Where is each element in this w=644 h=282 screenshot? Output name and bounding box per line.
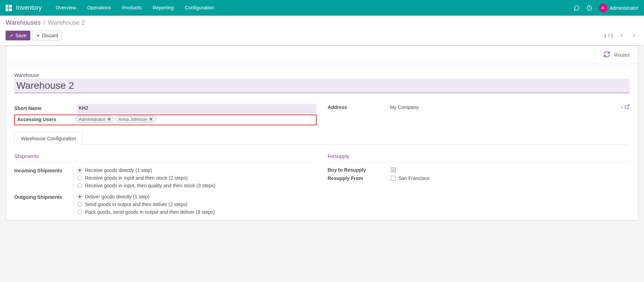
nav-products[interactable]: Products bbox=[117, 0, 147, 16]
radio-icon bbox=[77, 183, 82, 188]
outgoing-options: Deliver goods directly (1 step) Send goo… bbox=[73, 193, 317, 216]
button-row: Save Discard bbox=[6, 31, 62, 40]
breadcrumb-root[interactable]: Warehouses bbox=[6, 19, 40, 26]
nav-operations[interactable]: Operations bbox=[82, 0, 116, 16]
apps-icon[interactable] bbox=[6, 5, 12, 11]
save-label: Save bbox=[15, 33, 26, 38]
buy-to-resupply-field: ✓ bbox=[387, 167, 630, 172]
radio-icon bbox=[77, 202, 82, 207]
nav-reporting[interactable]: Reporting bbox=[147, 0, 179, 16]
resupply-from-label: Resupply From bbox=[328, 175, 387, 181]
accessing-users-highlight: Accessing Users Administrator ✕ Anna Joh… bbox=[14, 115, 317, 125]
pager: 1 / 1 bbox=[604, 32, 638, 39]
incoming-option-3-label: Receive goods in input, then quality and… bbox=[85, 183, 215, 188]
navbar-right: A Administrator bbox=[574, 4, 638, 12]
incoming-option-1-label: Receive goods directly (1 step) bbox=[85, 167, 152, 173]
save-button[interactable]: Save bbox=[6, 31, 30, 40]
radio-icon bbox=[77, 175, 82, 180]
short-name-row: Short Name bbox=[14, 102, 317, 115]
resupply-from-checkbox[interactable] bbox=[391, 176, 396, 181]
tabs: Warehouse Configuration bbox=[14, 132, 630, 145]
incoming-option-2-label: Receive goods in input and then stock (2… bbox=[85, 175, 188, 181]
user-tag-label: Administrator bbox=[79, 117, 106, 122]
pager-next[interactable] bbox=[629, 32, 638, 39]
incoming-option-3[interactable]: Receive goods in input, then quality and… bbox=[77, 182, 317, 189]
pager-prev[interactable] bbox=[617, 32, 626, 39]
incoming-option-1[interactable]: Receive goods directly (1 step) bbox=[77, 166, 317, 174]
warehouse-title-input[interactable] bbox=[14, 79, 630, 93]
incoming-options: Receive goods directly (1 step) Receive … bbox=[73, 166, 317, 189]
outgoing-row: Outgoing Shipments Deliver goods directl… bbox=[14, 192, 317, 217]
avatar: A bbox=[599, 4, 607, 12]
resupply-from-row: Resupply From San Francisco bbox=[328, 174, 630, 182]
navbar-left: Inventory Overview Operations Products R… bbox=[6, 0, 219, 16]
incoming-row: Incoming Shipments Receive goods directl… bbox=[14, 166, 317, 190]
brand-title[interactable]: Inventory bbox=[16, 4, 42, 11]
discard-button[interactable]: Discard bbox=[32, 31, 62, 40]
outgoing-label: Outgoing Shipments bbox=[14, 193, 73, 200]
buy-to-resupply-checkbox[interactable]: ✓ bbox=[391, 167, 396, 172]
outgoing-option-3[interactable]: Pack goods, send goods in output and the… bbox=[77, 208, 317, 216]
breadcrumb: Warehouses / Warehouse 2 bbox=[6, 19, 638, 26]
outgoing-option-1[interactable]: Deliver goods directly (1 step) bbox=[77, 193, 317, 201]
resupply-title: Resupply bbox=[328, 153, 630, 162]
accessing-users-label: Accessing Users bbox=[16, 117, 74, 122]
resupply-from-option: San Francisco bbox=[398, 175, 429, 181]
form-grid: Short Name Accessing Users Administrator… bbox=[14, 102, 630, 125]
external-link-icon[interactable] bbox=[624, 104, 630, 110]
svg-line-3 bbox=[627, 105, 629, 107]
refresh-icon bbox=[603, 51, 610, 59]
nav-menu: Overview Operations Products Reporting C… bbox=[50, 0, 219, 16]
resupply-group: Resupply Buy to Resupply ✓ Resupply From bbox=[328, 153, 630, 217]
nav-configuration[interactable]: Configuration bbox=[179, 0, 219, 16]
control-panel: Warehouses / Warehouse 2 Save Discard 1 … bbox=[0, 16, 644, 46]
tag-remove-icon[interactable]: ✕ bbox=[149, 117, 153, 122]
outgoing-option-2-label: Send goods in output and then deliver (2… bbox=[85, 202, 187, 207]
discuss-icon[interactable] bbox=[574, 5, 580, 11]
breadcrumb-sep: / bbox=[43, 19, 45, 26]
breadcrumb-current: Warehouse 2 bbox=[48, 19, 85, 26]
user-tag[interactable]: Administrator ✕ bbox=[76, 116, 114, 123]
user-menu[interactable]: A Administrator bbox=[599, 4, 638, 12]
incoming-label: Incoming Shipments bbox=[14, 166, 73, 173]
short-name-field bbox=[73, 104, 317, 112]
username: Administrator bbox=[610, 5, 638, 11]
nav-overview[interactable]: Overview bbox=[50, 0, 82, 16]
routes-button[interactable]: Routes bbox=[595, 46, 638, 64]
stat-buttons: Routes bbox=[6, 46, 638, 64]
shipments-title: Shipments bbox=[14, 153, 317, 162]
address-field[interactable]: My Company ▾ bbox=[387, 104, 630, 110]
radio-icon bbox=[77, 210, 82, 214]
form-col-right: Address My Company ▾ bbox=[328, 102, 630, 125]
sheet-body: Warehouse Short Name Accessing Users bbox=[6, 64, 638, 220]
chevron-down-icon: ▾ bbox=[621, 105, 622, 109]
close-icon bbox=[36, 34, 40, 38]
radio-icon bbox=[77, 168, 82, 173]
routes-label: Routes bbox=[614, 52, 630, 58]
form-sheet: Routes Warehouse Short Name Accessing Us… bbox=[6, 46, 638, 220]
activity-icon[interactable] bbox=[586, 5, 592, 11]
short-name-label: Short Name bbox=[14, 105, 73, 111]
chevron-right-icon bbox=[632, 33, 636, 38]
buy-to-resupply-row: Buy to Resupply ✓ bbox=[328, 166, 630, 174]
address-label: Address bbox=[328, 104, 387, 110]
incoming-option-2[interactable]: Receive goods in input and then stock (2… bbox=[77, 174, 317, 182]
radio-icon bbox=[77, 194, 82, 199]
form-col-left: Short Name Accessing Users Administrator… bbox=[14, 102, 317, 125]
user-tag[interactable]: Anna Johnson ✕ bbox=[115, 116, 156, 123]
check-icon bbox=[9, 33, 14, 38]
sheet-wrapper: Routes Warehouse Short Name Accessing Us… bbox=[0, 46, 644, 220]
tag-remove-icon[interactable]: ✕ bbox=[107, 117, 111, 122]
outgoing-option-2[interactable]: Send goods in output and then deliver (2… bbox=[77, 201, 317, 208]
tab-warehouse-configuration[interactable]: Warehouse Configuration bbox=[14, 132, 83, 145]
chevron-left-icon bbox=[620, 33, 623, 38]
short-name-input[interactable] bbox=[77, 104, 317, 112]
resupply-from-field: San Francisco bbox=[387, 175, 630, 181]
control-bar: Save Discard 1 / 1 bbox=[6, 31, 638, 40]
address-value: My Company bbox=[390, 104, 619, 110]
accessing-users-field[interactable]: Administrator ✕ Anna Johnson ✕ bbox=[74, 116, 315, 123]
outgoing-option-3-label: Pack goods, send goods in output and the… bbox=[85, 209, 215, 215]
shipments-group: Shipments Incoming Shipments Receive goo… bbox=[14, 153, 317, 217]
buy-to-resupply-label: Buy to Resupply bbox=[328, 167, 387, 173]
address-row: Address My Company ▾ bbox=[328, 102, 630, 113]
